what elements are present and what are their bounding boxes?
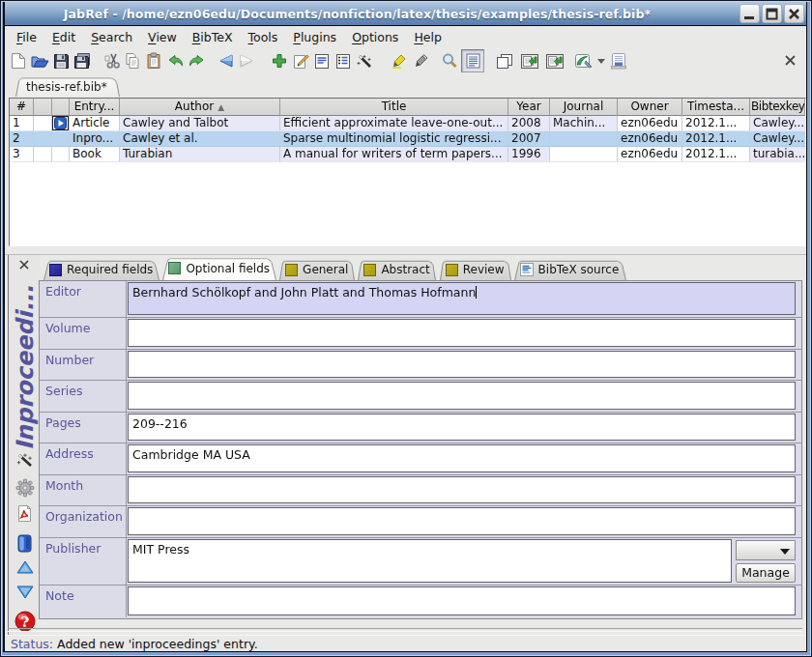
- column-header-file[interactable]: [52, 99, 70, 116]
- entry-editor-side-toolbar: Inproceedi...: [8, 255, 40, 635]
- arrow-up-icon: [15, 559, 35, 576]
- column-header-journal[interactable]: Journal: [550, 99, 618, 116]
- generate-key-button[interactable]: [9, 451, 41, 470]
- help-button[interactable]: ?: [9, 611, 41, 632]
- menu-options[interactable]: Options: [344, 28, 406, 46]
- tab-abstract[interactable]: Abstract: [358, 259, 436, 280]
- field-input-publisher[interactable]: MIT Press: [128, 539, 732, 583]
- tab-bibtex-source[interactable]: BibTeX source: [514, 259, 626, 280]
- open-file-button[interactable]: [9, 534, 41, 553]
- menu-edit[interactable]: Edit: [44, 28, 83, 46]
- field-row-note: Note: [40, 586, 801, 617]
- column-header-number[interactable]: #: [10, 99, 34, 116]
- entry-table: # Entry... Author▲ Title Year Journal Ow…: [9, 98, 806, 246]
- field-label-publisher: Publisher: [40, 538, 127, 585]
- menu-view[interactable]: View: [140, 28, 185, 46]
- maximize-button[interactable]: [762, 4, 782, 23]
- close-button[interactable]: [784, 4, 804, 23]
- edit-preamble-button[interactable]: [312, 50, 332, 71]
- field-input-month[interactable]: [128, 476, 796, 503]
- field-row-pages: Pages 209--216: [40, 413, 801, 443]
- toggle-preview-button[interactable]: [461, 49, 484, 72]
- open-database-button[interactable]: [30, 50, 49, 71]
- publisher-dropdown[interactable]: [736, 540, 796, 560]
- cell-entrytype: Inpro...: [70, 131, 120, 147]
- import-into-database-button[interactable]: [519, 50, 540, 71]
- table-row[interactable]: 1 Article Cawley and Talbot Ef: [10, 116, 805, 131]
- menu-tools[interactable]: Tools: [241, 28, 286, 46]
- write-xmp-button[interactable]: [9, 504, 41, 523]
- field-input-note[interactable]: [128, 586, 796, 615]
- cell-journal: [550, 147, 618, 162]
- menu-plugins[interactable]: Plugins: [285, 28, 344, 46]
- title-bar[interactable]: JabRef - /home/ezn06edu/Documents/nonfic…: [5, 2, 806, 26]
- push-to-openoffice-button[interactable]: [573, 50, 594, 71]
- column-header-owner[interactable]: Owner: [618, 99, 682, 116]
- sidepane-close-button[interactable]: [780, 50, 799, 70]
- entry-editor-close-button[interactable]: [16, 258, 32, 271]
- next-entry-button[interactable]: [9, 584, 41, 600]
- menu-search[interactable]: Search: [83, 28, 140, 46]
- field-input-series[interactable]: [128, 382, 796, 410]
- minimize-button[interactable]: [740, 4, 760, 23]
- edit-entry-icon: [293, 53, 309, 70]
- marker-gray-icon: [412, 53, 429, 69]
- column-header-entrytype[interactable]: Entry...: [70, 99, 120, 116]
- menu-bibtex[interactable]: BibTeX: [185, 28, 241, 46]
- edit-strings-icon: [335, 53, 351, 70]
- menu-bar: File Edit Search View BibTeX Tools Plugi…: [5, 26, 806, 47]
- import-into-new-database-button[interactable]: [544, 50, 566, 71]
- new-database-button[interactable]: [9, 50, 28, 71]
- paste-button[interactable]: [144, 50, 163, 71]
- field-label-editor: Editor: [40, 281, 127, 317]
- document-tab[interactable]: thesis-ref.bib*: [15, 76, 120, 97]
- table-row[interactable]: 3 Book Turabian A manual for writers of …: [10, 147, 805, 162]
- undo-button[interactable]: [165, 50, 185, 71]
- column-header-bibtexkey[interactable]: Bibtexkey: [750, 99, 805, 116]
- cell-journal: Machin...: [550, 116, 618, 131]
- manage-button[interactable]: Manage: [736, 563, 796, 584]
- field-input-number[interactable]: [128, 351, 796, 378]
- tab-optional-fields[interactable]: Optional fields: [162, 256, 276, 280]
- unmark-entries-button[interactable]: [411, 50, 430, 71]
- redo-button[interactable]: [187, 50, 206, 71]
- mark-entries-button[interactable]: [390, 50, 409, 71]
- openoffice-dropdown-arrow[interactable]: [596, 50, 606, 71]
- file-link-icon[interactable]: [52, 116, 69, 130]
- copy-button[interactable]: [123, 50, 142, 71]
- search-button[interactable]: [440, 50, 459, 71]
- field-input-organization[interactable]: [128, 507, 796, 535]
- save-database-button[interactable]: [51, 50, 71, 71]
- copy-icon: [125, 52, 140, 70]
- menu-help[interactable]: Help: [406, 28, 450, 46]
- edit-strings-button[interactable]: [334, 50, 353, 71]
- redo-icon: [188, 53, 206, 69]
- column-header-title[interactable]: Title: [280, 99, 508, 116]
- bibtex-source-icon: [520, 263, 534, 276]
- edit-entry-button[interactable]: [291, 50, 310, 71]
- field-input-editor[interactable]: Bernhard Schölkopf and John Platt and Th…: [128, 282, 796, 315]
- column-header-year[interactable]: Year: [508, 99, 550, 116]
- export-document-button[interactable]: [608, 50, 629, 71]
- forward-button[interactable]: [237, 50, 256, 71]
- tab-general[interactable]: General: [279, 259, 355, 280]
- save-all-button[interactable]: [72, 50, 92, 71]
- cell-author: Cawley and Talbot: [120, 116, 280, 131]
- menu-file[interactable]: File: [9, 28, 44, 46]
- previous-entry-button[interactable]: [9, 559, 41, 576]
- open-new-window-button[interactable]: [494, 50, 515, 71]
- cleanup-wand-button[interactable]: [355, 50, 374, 71]
- tab-required-fields[interactable]: Required fields: [44, 259, 160, 280]
- column-header-timestamp[interactable]: Timesta...: [682, 99, 750, 116]
- column-header-ranking[interactable]: [34, 99, 52, 116]
- column-header-author[interactable]: Author▲: [120, 99, 280, 116]
- field-input-address[interactable]: Cambridge MA USA: [128, 444, 796, 472]
- new-entry-button[interactable]: [270, 50, 289, 71]
- table-row-selected[interactable]: 2 Inpro... Cawley et al. Sparse multinom…: [10, 131, 805, 147]
- cut-button[interactable]: [102, 50, 121, 71]
- autocomplete-settings-button[interactable]: [9, 478, 41, 498]
- tab-review[interactable]: Review: [440, 259, 511, 280]
- field-input-pages[interactable]: 209--216: [128, 414, 796, 441]
- back-button[interactable]: [216, 50, 235, 71]
- field-input-volume[interactable]: [128, 319, 796, 347]
